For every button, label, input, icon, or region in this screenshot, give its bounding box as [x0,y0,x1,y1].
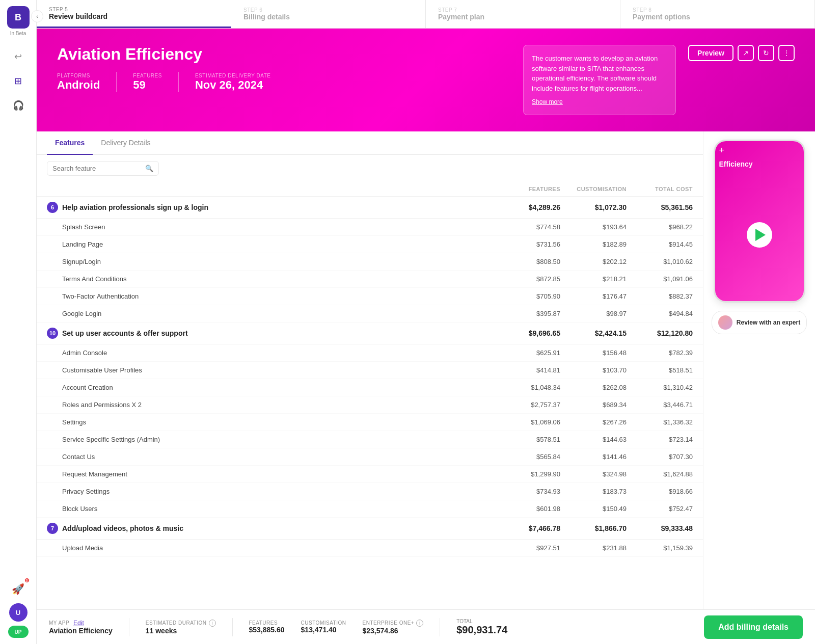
item-name: Splash Screen [62,223,494,231]
item-name: Admin Console [62,349,494,357]
app-logo[interactable]: B [7,6,30,29]
item-total-cost: $968.22 [627,223,693,231]
step-billing-details[interactable]: STEP 6 Billing details [231,0,426,28]
sidebar-collapse-button[interactable]: ‹ [31,10,43,22]
item-name: Service Specific Settings (Admin) [62,436,494,443]
item-name: Block Users [62,505,494,513]
enterprise-cost-section: ENTERPRISE ONE+ i $23,574.86 [363,620,424,635]
delivery-info: ESTIMATED DELIVERY DATE Nov 26, 2024 [195,73,271,92]
item-custom-cost: $182.89 [560,240,627,248]
features-value: 59 [133,78,162,92]
item-total-cost: $918.66 [627,488,693,495]
sidebar-undo-icon[interactable]: ↩ [8,46,29,67]
col-customisation-header: CUSTOMISATION [560,186,627,192]
item-custom-cost: $150.49 [560,505,627,513]
features-cost-value: $53,885.60 [249,626,285,634]
group-1-name: 6 Help aviation professionals sign up & … [47,202,494,213]
hero-title: Aviation Efficiency [57,45,523,64]
item-total-cost: $782.39 [627,349,693,357]
app-name-value: Aviation Efficiency [49,627,113,635]
item-features-cost: $565.84 [494,453,560,461]
user-avatar[interactable]: U [9,603,28,622]
item-total-cost: $1,310.42 [627,384,693,391]
item-features-cost: $395.87 [494,310,560,317]
play-triangle-icon [755,229,766,241]
group-2-badge: 10 [47,328,58,339]
item-custom-cost: $156.48 [560,349,627,357]
features-info: FEATURES 59 [133,73,162,92]
hero-actions: Preview ↗ ↻ ⋮ [688,45,795,61]
item-features-cost: $1,299.90 [494,470,560,478]
group-3-features-cost: $7,466.78 [494,524,560,532]
group-2-features-cost: $9,696.65 [494,329,560,337]
features-cost-section: FEATURES $53,885.60 [249,620,285,634]
enterprise-info-icon[interactable]: i [416,620,423,627]
table-row: Google Login $395.87 $98.97 $494.84 [37,305,703,323]
table-row: Splash Screen $774.58 $193.64 $968.22 [37,219,703,236]
share-icon-button[interactable]: ↗ [738,45,754,61]
more-options-button[interactable]: ⋮ [778,45,795,61]
features-cost-label: FEATURES [249,620,285,626]
show-more-link[interactable]: Show more [532,97,667,106]
hero-description-text: The customer wants to develop an aviatio… [532,53,667,93]
item-total-cost: $1,624.88 [627,470,693,478]
my-app-label: MY APP [49,620,69,626]
item-features-cost: $731.56 [494,240,560,248]
add-billing-button[interactable]: Add billing details [704,615,803,639]
group-1-custom-cost: $1,072.30 [560,203,627,211]
platform-label: PLATFORMS [57,73,100,78]
step7-label: STEP 7 [438,7,608,13]
group-1-features-cost: $4,289.26 [494,203,560,211]
duration-info-icon[interactable]: i [209,620,216,627]
sidebar-rocket-icon[interactable]: 🚀 3 [8,579,29,599]
review-expert-button[interactable]: Review with an expert [712,311,807,334]
group-row-3: 7 Add/upload videos, photos & music $7,4… [37,518,703,540]
tab-delivery-details[interactable]: Delivery Details [93,131,158,155]
item-features-cost: $774.58 [494,223,560,231]
right-panel: + Efficiency Review with an expert [703,131,815,609]
duration-section: ESTIMATED DURATION i 11 weeks [146,620,216,635]
preview-button[interactable]: Preview [688,45,734,61]
item-name: Contact Us [62,453,494,461]
sidebar-headset-icon[interactable]: 🎧 [8,95,29,116]
tab-features[interactable]: Features [47,131,93,155]
sidebar-grid-icon[interactable]: ⊞ [8,71,29,91]
table-row: Upload Media $927.51 $231.88 $1,159.39 [37,540,703,557]
duration-value: 11 weeks [146,627,216,635]
play-button[interactable] [747,222,772,248]
refresh-icon-button[interactable]: ↻ [758,45,774,61]
hero-section: Aviation Efficiency PLATFORMS Android FE… [37,29,815,131]
col-total-cost-header: TOTAL COST [627,186,693,192]
col-feature-name [47,186,494,192]
sidebar: B In Beta ‹ ↩ ⊞ 🎧 🚀 3 U UP [0,0,37,644]
divider-2 [232,618,233,636]
divider-1 [129,618,129,636]
step-payment-options[interactable]: STEP 8 Payment options [620,0,815,28]
group-2-title: Set up user accounts & offer support [62,329,188,337]
main-content: STEP 5 Review buildcard STEP 6 Billing d… [37,0,815,644]
bottom-bar: MY APP Edit Aviation Efficiency ESTIMATE… [37,609,815,644]
item-total-cost: $914.45 [627,240,693,248]
item-total-cost: $882.37 [627,292,693,300]
group-row-1: 6 Help aviation professionals sign up & … [37,197,703,219]
group-1-title: Help aviation professionals sign up & lo… [62,203,208,211]
hero-description-box: The customer wants to develop an aviatio… [523,45,676,115]
item-features-cost: $1,069.06 [494,418,560,426]
table-row: Privacy Settings $734.93 $183.73 $918.66 [37,483,703,500]
meta-divider-1 [116,72,117,92]
item-total-cost: $723.14 [627,436,693,443]
table-row: Customisable User Profiles $414.81 $103.… [37,362,703,379]
table-row: Block Users $601.98 $150.49 $752.47 [37,500,703,518]
phone-play-area [715,168,804,301]
search-input[interactable] [52,165,142,172]
step5-title: Review buildcard [49,12,219,20]
hero-content: Aviation Efficiency PLATFORMS Android FE… [57,45,523,92]
edit-link[interactable]: Edit [73,620,84,627]
search-input-wrap: 🔍 [47,161,159,176]
step-review-buildcard[interactable]: STEP 5 Review buildcard [37,0,231,28]
step-payment-plan[interactable]: STEP 7 Payment plan [426,0,620,28]
step8-title: Payment options [633,13,802,21]
group-1-total-cost: $5,361.56 [627,203,693,211]
step7-title: Payment plan [438,13,608,21]
up-button[interactable]: UP [8,626,29,638]
